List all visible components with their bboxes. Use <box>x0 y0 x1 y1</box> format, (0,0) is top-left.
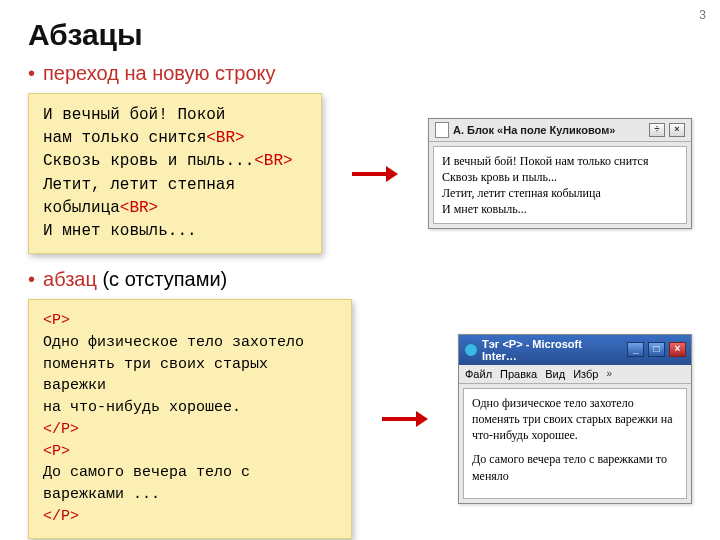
arrow-icon <box>352 169 398 179</box>
bullet-2-text-red: абзац <box>43 268 97 290</box>
preview-line: И вечный бой! Покой нам только снится <box>442 153 678 169</box>
code-line: поменять три своих старых варежки <box>43 356 277 395</box>
browser-preview-1: А. Блок «На поле Куликовом» ÷ × И вечный… <box>428 118 692 230</box>
code-line: Одно физическое тело захотело <box>43 334 304 351</box>
code-line: нам только снится <box>43 129 206 147</box>
p-tag: </P> <box>43 421 79 438</box>
titlebar: А. Блок «На поле Куликовом» ÷ × <box>429 119 691 142</box>
bullet-1: • переход на новую строку <box>28 62 692 85</box>
window-title: А. Блок «На поле Куликовом» <box>453 124 615 136</box>
titlebar: Тэг <P> - Microsoft Inter… _ □ × <box>459 335 691 365</box>
page-title: Абзацы <box>28 18 692 52</box>
maximize-button[interactable]: □ <box>648 342 665 357</box>
example-2: <P> Одно физическое тело захотело поменя… <box>28 299 692 539</box>
preview-line: И мнет ковыль... <box>442 201 678 217</box>
preview-paragraph: Одно физическое тело захотело поменять т… <box>472 395 678 444</box>
bullet-dot-icon: • <box>28 63 35 83</box>
menu-view[interactable]: Вид <box>545 368 565 380</box>
ie-icon <box>464 343 478 357</box>
close-button[interactable]: × <box>669 342 686 357</box>
bullet-dot-icon: • <box>28 269 35 289</box>
menu-file[interactable]: Файл <box>465 368 492 380</box>
p-tag: </P> <box>43 508 79 525</box>
bullet-2: • абзац (с отступами) <box>28 268 692 291</box>
preview-paragraph: До самого вечера тело с варежками то мен… <box>472 451 678 483</box>
chevron-icon[interactable]: » <box>606 368 612 379</box>
window-title: Тэг <P> - Microsoft Inter… <box>482 338 619 362</box>
br-tag: <BR> <box>206 129 244 147</box>
example-1: И вечный бой! Покой нам только снится<BR… <box>28 93 692 254</box>
preview-line: Летит, летит степная кобылица <box>442 185 678 201</box>
preview-content: Одно физическое тело захотело поменять т… <box>463 388 687 499</box>
code-line: Летит, летит степная <box>43 176 235 194</box>
minimize-button[interactable]: _ <box>627 342 644 357</box>
close-button[interactable]: × <box>669 123 685 137</box>
code-line: Сквозь кровь и пыль... <box>43 152 254 170</box>
arrow-icon <box>382 414 428 424</box>
menubar: Файл Правка Вид Избр » <box>459 365 691 384</box>
code-line: кобылица <box>43 199 120 217</box>
menu-edit[interactable]: Правка <box>500 368 537 380</box>
page-number: 3 <box>699 8 706 22</box>
bullet-2-text-black: (с отступами) <box>97 268 227 290</box>
code-box-2: <P> Одно физическое тело захотело поменя… <box>28 299 352 539</box>
code-box-1: И вечный бой! Покой нам только снится<BR… <box>28 93 322 254</box>
p-tag: <P> <box>43 312 70 329</box>
br-tag: <BR> <box>120 199 158 217</box>
page-icon <box>435 122 449 138</box>
code-line: И вечный бой! Покой <box>43 106 225 124</box>
preview-content: И вечный бой! Покой нам только снится Ск… <box>433 146 687 225</box>
preview-line: Сквозь кровь и пыль... <box>442 169 678 185</box>
minimize-button[interactable]: ÷ <box>649 123 665 137</box>
menu-fav[interactable]: Избр <box>573 368 598 380</box>
code-line: варежками ... <box>43 486 160 503</box>
code-line: И мнет ковыль... <box>43 222 197 240</box>
p-tag: <P> <box>43 443 70 460</box>
code-line: на что-нибудь хорошее. <box>43 399 241 416</box>
browser-preview-2: Тэг <P> - Microsoft Inter… _ □ × Файл Пр… <box>458 334 692 504</box>
bullet-1-text: переход на новую строку <box>43 62 275 85</box>
br-tag: <BR> <box>254 152 292 170</box>
code-line: До самого вечера тело с <box>43 464 250 481</box>
